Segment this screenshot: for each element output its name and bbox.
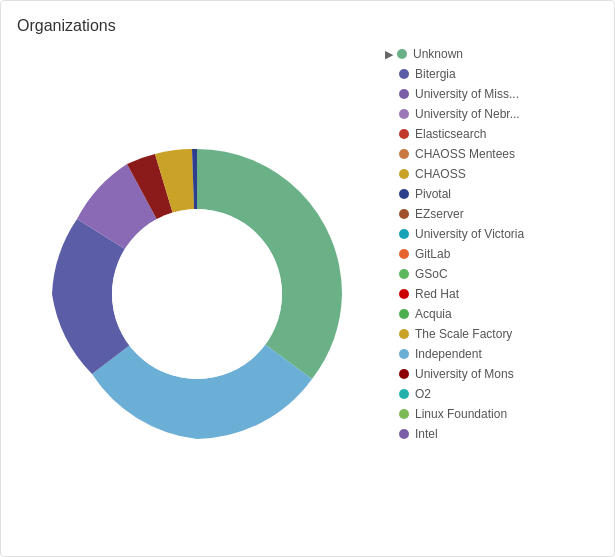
legend-item[interactable]: ▶Unknown (385, 47, 598, 61)
legend-label: Bitergia (415, 67, 456, 81)
legend-color-dot (399, 289, 409, 299)
legend-label: Independent (415, 347, 482, 361)
legend-item[interactable]: Pivotal (385, 187, 598, 201)
active-arrow-icon: ▶ (385, 48, 393, 61)
legend-item[interactable]: Bitergia (385, 67, 598, 81)
donut-svg (37, 134, 357, 454)
legend-label: University of Mons (415, 367, 514, 381)
legend-label: Pivotal (415, 187, 451, 201)
legend-color-dot (399, 169, 409, 179)
legend-color-dot (399, 149, 409, 159)
legend-item[interactable]: University of Victoria (385, 227, 598, 241)
legend-item[interactable]: University of Mons (385, 367, 598, 381)
legend-item[interactable]: O2 (385, 387, 598, 401)
legend-label: Intel (415, 427, 438, 441)
legend-label: Elasticsearch (415, 127, 486, 141)
legend-color-dot (399, 89, 409, 99)
legend-color-dot (399, 249, 409, 259)
legend[interactable]: ▶UnknownBitergiaUniversity of Miss...Uni… (377, 47, 598, 540)
legend-item[interactable]: EZserver (385, 207, 598, 221)
chart-area: ▶UnknownBitergiaUniversity of Miss...Uni… (17, 47, 598, 540)
donut-chart (17, 64, 377, 524)
legend-label: EZserver (415, 207, 464, 221)
panel-title: Organizations (17, 17, 598, 35)
legend-item[interactable]: University of Miss... (385, 87, 598, 101)
legend-item[interactable]: Acquia (385, 307, 598, 321)
legend-label: The Scale Factory (415, 327, 512, 341)
legend-label: CHAOSS (415, 167, 466, 181)
legend-color-dot (399, 309, 409, 319)
legend-label: University of Miss... (415, 87, 519, 101)
legend-color-dot (399, 209, 409, 219)
legend-color-dot (399, 429, 409, 439)
legend-item[interactable]: GitLab (385, 247, 598, 261)
legend-color-dot (399, 109, 409, 119)
legend-item[interactable]: CHAOSS Mentees (385, 147, 598, 161)
legend-color-dot (397, 49, 407, 59)
legend-color-dot (399, 369, 409, 379)
legend-label: Linux Foundation (415, 407, 507, 421)
legend-color-dot (399, 269, 409, 279)
legend-color-dot (399, 389, 409, 399)
organizations-panel: Organizations (0, 0, 615, 557)
legend-color-dot (399, 69, 409, 79)
legend-item[interactable]: Intel (385, 427, 598, 441)
legend-color-dot (399, 229, 409, 239)
legend-color-dot (399, 189, 409, 199)
legend-label: GitLab (415, 247, 450, 261)
legend-item[interactable]: The Scale Factory (385, 327, 598, 341)
legend-label: University of Victoria (415, 227, 524, 241)
legend-color-dot (399, 329, 409, 339)
legend-item[interactable]: Linux Foundation (385, 407, 598, 421)
legend-label: O2 (415, 387, 431, 401)
legend-label: University of Nebr... (415, 107, 520, 121)
legend-label: CHAOSS Mentees (415, 147, 515, 161)
svg-point-2 (112, 209, 282, 379)
legend-label: GSoC (415, 267, 448, 281)
legend-item[interactable]: Independent (385, 347, 598, 361)
legend-item[interactable]: CHAOSS (385, 167, 598, 181)
legend-item[interactable]: Elasticsearch (385, 127, 598, 141)
legend-color-dot (399, 409, 409, 419)
legend-color-dot (399, 349, 409, 359)
legend-item[interactable]: University of Nebr... (385, 107, 598, 121)
legend-color-dot (399, 129, 409, 139)
legend-item[interactable]: Red Hat (385, 287, 598, 301)
legend-item[interactable]: GSoC (385, 267, 598, 281)
legend-label: Unknown (413, 47, 463, 61)
legend-label: Red Hat (415, 287, 459, 301)
legend-label: Acquia (415, 307, 452, 321)
